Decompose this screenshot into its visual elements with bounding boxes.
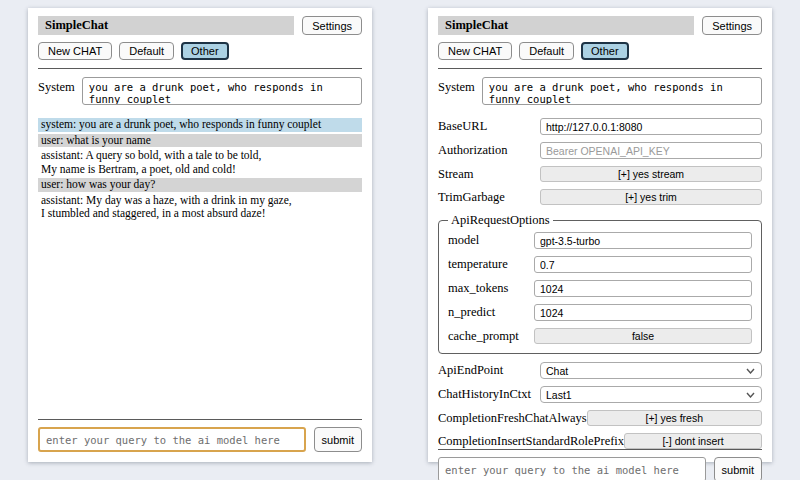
session-default-button[interactable]: Default [119, 42, 174, 60]
chat-history-selected-value: Last1 [546, 389, 572, 401]
baseurl-input[interactable] [540, 118, 762, 135]
settings-list: BaseURL Authorization Stream [+] yes str… [438, 118, 762, 449]
session-default-button[interactable]: Default [519, 42, 574, 60]
api-endpoint-select[interactable]: Chat [540, 362, 762, 379]
system-label: System [38, 77, 75, 105]
chat-message-assistant: assistant: My day was a haze, with a dri… [38, 194, 362, 221]
authorization-label: Authorization [438, 143, 507, 158]
setting-row-completion-fresh-chat-always: CompletionFreshChatAlways [+] yes fresh [438, 410, 762, 426]
completion-fresh-chat-toggle-button[interactable]: [+] yes fresh [587, 410, 762, 426]
api-endpoint-label: ApiEndPoint [438, 363, 503, 378]
setting-row-completion-insert-standard-role-prefix: CompletionInsertStandardRolePrefix [-] d… [438, 433, 762, 449]
header-divider [438, 68, 762, 69]
session-toolbar: New CHAT Default Other [38, 42, 362, 60]
n-predict-input[interactable] [534, 304, 752, 321]
settings-button[interactable]: Settings [302, 16, 362, 35]
n-predict-label: n_predict [448, 305, 495, 320]
max-tokens-label: max_tokens [448, 281, 508, 296]
setting-row-trimgarbage: TrimGarbage [+] yes trim [438, 189, 762, 205]
chat-message-assistant: assistant: A query so bold, with a tale … [38, 149, 362, 176]
query-area: submit [38, 419, 362, 452]
system-label: System [438, 77, 475, 105]
setting-row-baseurl: BaseURL [438, 118, 762, 135]
cache-prompt-toggle-button[interactable]: false [534, 328, 752, 344]
stream-toggle-button[interactable]: [+] yes stream [540, 166, 762, 182]
api-request-options-fieldset: ApiRequestOptions model temperature max_… [438, 213, 762, 354]
max-tokens-input[interactable] [534, 280, 752, 297]
model-label: model [448, 233, 479, 248]
query-divider [438, 449, 762, 450]
setting-row-max-tokens: max_tokens [448, 280, 752, 297]
chat-message-list: system: you are a drunk poet, who respon… [38, 118, 362, 223]
trimgarbage-toggle-button[interactable]: [+] yes trim [540, 189, 762, 205]
setting-row-api-endpoint: ApiEndPoint Chat [438, 362, 762, 379]
submit-button[interactable]: submit [314, 427, 362, 452]
setting-row-temperature: temperature [448, 256, 752, 273]
query-input[interactable] [438, 457, 706, 480]
setting-row-n-predict: n_predict [448, 304, 752, 321]
chat-history-in-ctxt-select[interactable]: Last1 [540, 386, 762, 403]
session-other-button[interactable]: Other [581, 42, 629, 60]
query-input[interactable] [38, 427, 306, 452]
system-prompt-textarea[interactable]: you are a drunk poet, who responds in fu… [82, 77, 362, 105]
session-toolbar: New CHAT Default Other [438, 42, 762, 60]
setting-row-authorization: Authorization [438, 142, 762, 159]
settings-panel-header: SimpleChat Settings [438, 16, 762, 35]
system-prompt-row: System you are a drunk poet, who respond… [438, 77, 762, 105]
chat-panel: SimpleChat Settings New CHAT Default Oth… [28, 8, 372, 462]
new-chat-button[interactable]: New CHAT [438, 42, 512, 60]
query-divider [38, 419, 362, 420]
setting-row-cache-prompt: cache_prompt false [448, 328, 752, 344]
chat-panel-header: SimpleChat Settings [38, 16, 362, 35]
cache-prompt-label: cache_prompt [448, 329, 519, 344]
app-title: SimpleChat [438, 16, 694, 35]
new-chat-button[interactable]: New CHAT [38, 42, 112, 60]
settings-button[interactable]: Settings [702, 16, 762, 35]
authorization-input[interactable] [540, 142, 762, 159]
query-area: submit [438, 449, 762, 480]
temperature-label: temperature [448, 257, 508, 272]
setting-row-chat-history-in-ctxt: ChatHistoryInCtxt Last1 [438, 386, 762, 403]
chat-message-user: user: how was your day? [38, 178, 362, 192]
system-prompt-row: System you are a drunk poet, who respond… [38, 77, 362, 105]
app-title: SimpleChat [38, 16, 294, 35]
chevron-down-icon [746, 368, 755, 374]
chevron-down-icon [746, 392, 755, 398]
chat-message-user: user: what is your name [38, 134, 362, 148]
session-other-button[interactable]: Other [181, 42, 229, 60]
settings-panel: SimpleChat Settings New CHAT Default Oth… [428, 8, 772, 462]
stream-label: Stream [438, 167, 473, 182]
completion-insert-standard-role-prefix-label: CompletionInsertStandardRolePrefix [438, 434, 624, 449]
api-endpoint-selected-value: Chat [546, 365, 568, 377]
temperature-input[interactable] [534, 256, 752, 273]
header-divider [38, 68, 362, 69]
chat-history-in-ctxt-label: ChatHistoryInCtxt [438, 387, 531, 402]
api-request-options-legend: ApiRequestOptions [448, 213, 553, 228]
system-prompt-textarea[interactable]: you are a drunk poet, who responds in fu… [482, 77, 762, 105]
trimgarbage-label: TrimGarbage [438, 190, 505, 205]
page: SimpleChat Settings New CHAT Default Oth… [0, 0, 800, 480]
completion-insert-role-prefix-toggle-button[interactable]: [-] dont insert [624, 433, 762, 449]
baseurl-label: BaseURL [438, 119, 487, 134]
completion-fresh-chat-always-label: CompletionFreshChatAlways [438, 411, 587, 426]
chat-message-system: system: you are a drunk poet, who respon… [38, 118, 362, 132]
setting-row-stream: Stream [+] yes stream [438, 166, 762, 182]
model-input[interactable] [534, 232, 752, 249]
submit-button[interactable]: submit [714, 457, 762, 480]
setting-row-model: model [448, 232, 752, 249]
